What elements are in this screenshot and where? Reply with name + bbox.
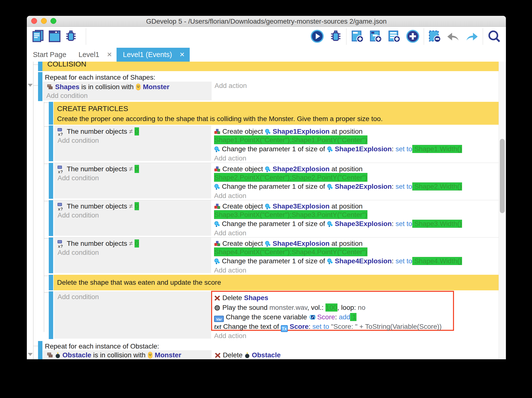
- event-selection-bar[interactable]: [49, 200, 53, 236]
- create-object-icon: [214, 203, 220, 210]
- redo-icon[interactable]: [465, 29, 479, 43]
- create-object-icon: [214, 166, 220, 172]
- add-condition-button[interactable]: Add condition: [46, 91, 88, 100]
- comment-create-particles[interactable]: CREATE PARTICLES Create the proper one a…: [54, 102, 499, 125]
- shape-event-row[interactable]: x?The number objects ≠ 0 Add condition C…: [49, 200, 499, 237]
- comment-delete-score[interactable]: Delete the shape that was eaten and upda…: [54, 275, 499, 290]
- add-action-button[interactable]: Add action: [215, 81, 247, 90]
- shapes-collision-icon: [46, 84, 53, 90]
- add-action-button[interactable]: Add action: [214, 229, 246, 237]
- condition-number-of-objects[interactable]: x?The number objects ≠ 0: [58, 165, 139, 173]
- tab-level1-events[interactable]: Level1 (Events) ✕: [117, 48, 190, 62]
- repeat-header: Repeat for each instance of Obstacle:: [45, 342, 159, 351]
- number-of-objects-icon: x?: [58, 203, 65, 210]
- conditions-column[interactable]: x?The number objects ≠ 0 Add condition: [54, 200, 211, 236]
- object-name: Monster: [155, 351, 181, 359]
- condition-text: is in collision with: [91, 351, 147, 359]
- conditions-column[interactable]: Obstacle is in collision with Monster: [43, 350, 212, 359]
- action-change-parameter[interactable]: Change the parameter 1 of size of Shape1…: [214, 145, 462, 153]
- event-selection-bar[interactable]: [49, 291, 53, 339]
- condition-number-of-objects[interactable]: x?The number objects ≠ 0: [58, 239, 139, 248]
- sound-file: monster.wav: [269, 304, 307, 311]
- conditions-column[interactable]: Add condition: [54, 291, 211, 339]
- scene-editor-icon[interactable]: [48, 29, 62, 43]
- tree-guide: [33, 85, 38, 85]
- condition-number-of-objects[interactable]: x?The number objects ≠ 0: [58, 202, 139, 211]
- add-condition-button[interactable]: Add condition: [58, 136, 99, 145]
- action-create-object[interactable]: Create object Shape3Explosion at positio…: [214, 202, 363, 211]
- action-create-object[interactable]: Create object Shape4Explosion at positio…: [214, 239, 363, 248]
- add-action-button[interactable]: Add action: [214, 332, 246, 340]
- event-selection-bar[interactable]: [38, 72, 42, 101]
- add-new-icon[interactable]: [406, 29, 420, 43]
- operator: set to: [395, 220, 412, 227]
- event-selection-bar[interactable]: [49, 102, 53, 125]
- sound-icon: [214, 305, 220, 311]
- conditions-column[interactable]: x?The number objects ≠ 0 Add condition: [54, 163, 211, 199]
- event-selection-bar[interactable]: [38, 341, 42, 359]
- action-text: , vol.:: [307, 304, 325, 311]
- add-condition-button[interactable]: Add condition: [58, 248, 99, 257]
- event-selection-bar[interactable]: [49, 125, 53, 161]
- conditions-column[interactable]: x?The number objects ≠ 0 Add condition: [54, 125, 211, 161]
- collapse-arrow-icon[interactable]: [28, 84, 33, 87]
- add-event-icon[interactable]: [350, 29, 365, 43]
- event-selection-bar[interactable]: [49, 163, 53, 199]
- action-delete-obstacle[interactable]: Delete Obstacle: [215, 351, 281, 359]
- action-create-object[interactable]: Create object Shape1Explosion at positio…: [214, 127, 363, 136]
- condition-row[interactable]: Obstacle is in collision with Monster: [46, 351, 181, 359]
- search-icon[interactable]: [487, 29, 501, 43]
- condition-row[interactable]: Shapes is in collision with Monster: [46, 82, 169, 92]
- action-play-sound[interactable]: Play the sound monster.wav, vol.: 100, l…: [214, 303, 365, 312]
- object-name: Obstacle: [62, 351, 91, 359]
- action-change-parameter[interactable]: Change the parameter 1 of size of Shape3…: [214, 219, 462, 228]
- add-condition-button[interactable]: Add condition: [58, 293, 99, 301]
- add-condition-button[interactable]: Add condition: [58, 211, 99, 220]
- add-action-button[interactable]: Add action: [214, 191, 246, 200]
- vertical-scrollbar[interactable]: [499, 62, 506, 359]
- number-of-objects-icon: x?: [58, 165, 65, 173]
- tab-level1[interactable]: Level1: [79, 48, 99, 62]
- add-condition-button[interactable]: Add condition: [58, 174, 99, 182]
- event-selection-bar[interactable]: [49, 237, 53, 273]
- particle-emitter-icon: [265, 129, 271, 135]
- undo-icon[interactable]: [446, 29, 460, 43]
- events-sheet[interactable]: COLLISION Repeat for each instance of Sh…: [27, 62, 499, 359]
- add-subevent-icon[interactable]: [369, 29, 383, 43]
- action-create-object[interactable]: Create object Shape2Explosion at positio…: [214, 165, 363, 173]
- add-action-button[interactable]: Add action: [214, 154, 246, 163]
- shape-event-row[interactable]: x?The number objects ≠ 0 Add condition C…: [49, 125, 499, 162]
- add-action-button[interactable]: Add action: [214, 266, 246, 275]
- project-manager-icon[interactable]: [31, 29, 45, 43]
- close-icon[interactable]: ✕: [179, 48, 185, 62]
- event-score-actions[interactable]: Add condition Delete Shapes Play the sou…: [49, 291, 499, 340]
- action-delete-shapes[interactable]: Delete Shapes: [214, 294, 268, 302]
- event-selection-bar[interactable]: [49, 275, 53, 290]
- tab-start-page[interactable]: Start Page: [33, 48, 66, 62]
- preview-play-icon[interactable]: [310, 29, 324, 43]
- value: 0: [135, 165, 139, 173]
- action-change-parameter[interactable]: Change the parameter 1 of size of Shape2…: [214, 182, 462, 191]
- scrollbar-thumb[interactable]: [500, 139, 505, 213]
- debugger-icon[interactable]: [64, 29, 78, 43]
- action-text: Create object: [222, 128, 265, 135]
- collapse-arrow-icon[interactable]: [28, 353, 33, 356]
- comment-collision[interactable]: COLLISION: [42, 62, 499, 71]
- condition-number-of-objects[interactable]: x?The number objects ≠ 0: [58, 127, 139, 136]
- titlebar[interactable]: GDevelop 5 - /Users/florian/Downloads/ge…: [27, 16, 506, 27]
- action-change-text[interactable]: txtChange the text of TxScore: set to "S…: [214, 322, 442, 331]
- action-change-parameter[interactable]: Change the parameter 1 of size of Shape4…: [214, 257, 462, 265]
- tree-guide: [33, 62, 33, 359]
- conditions-column[interactable]: Shapes is in collision with Monster Add …: [43, 82, 212, 100]
- tab-level1-events-label[interactable]: Level1 (Events): [123, 48, 172, 62]
- particle-emitter-icon: [265, 203, 271, 210]
- shape-event-row[interactable]: x?The number objects ≠ 0 Add condition C…: [49, 237, 499, 274]
- debug-run-icon[interactable]: [329, 29, 343, 43]
- action-change-variable[interactable]: VarChange the scene variable Score: add …: [214, 313, 356, 322]
- shape-event-row[interactable]: x?The number objects ≠ 0 Add condition C…: [49, 163, 499, 199]
- add-comment-icon[interactable]: [387, 29, 401, 43]
- event-selection-bar[interactable]: [38, 62, 42, 71]
- close-icon[interactable]: ✕: [107, 48, 112, 62]
- remove-instance-icon[interactable]: [428, 29, 442, 43]
- conditions-column[interactable]: x?The number objects ≠ 0 Add condition: [54, 237, 211, 273]
